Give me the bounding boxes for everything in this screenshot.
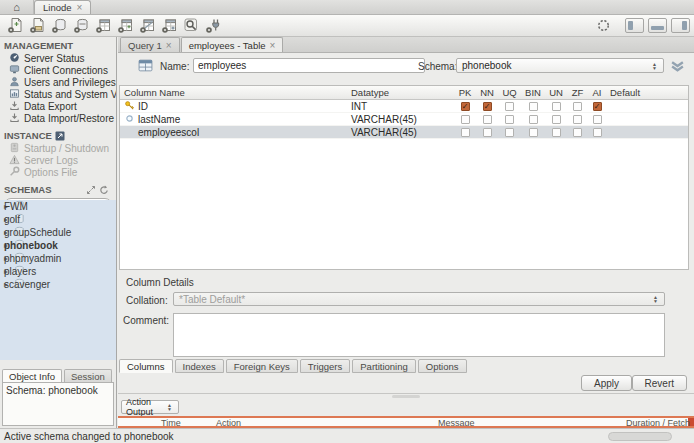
tab-label: Indexes: [183, 361, 216, 372]
home-tab[interactable]: ⌂: [0, 0, 34, 14]
schema-select-value: phonebook: [462, 60, 512, 71]
checkbox-zf[interactable]: [573, 128, 582, 137]
new-sql-tab-icon[interactable]: [4, 16, 26, 36]
tab-query-1[interactable]: Query 1×: [120, 37, 180, 52]
grid-header-label: BIN: [525, 87, 541, 98]
flag-cell-bin: [521, 128, 545, 137]
close-icon[interactable]: ×: [270, 40, 276, 51]
checkbox-pk[interactable]: [461, 128, 470, 137]
schema-item-fwm[interactable]: ▸FWM: [0, 200, 116, 213]
output-selector[interactable]: Action Output ▲▼: [121, 400, 179, 414]
grid-header-nn: NN: [476, 87, 498, 98]
key-icon: [124, 100, 135, 113]
checkbox-bin[interactable]: [529, 128, 538, 137]
power-icon: [9, 142, 20, 154]
sidebar-item-server-status[interactable]: Server Status: [0, 52, 116, 64]
checkbox-un[interactable]: [552, 102, 561, 111]
collapse-header-icon[interactable]: [670, 60, 686, 73]
schema-item-label: players: [4, 266, 36, 277]
checkbox-ai[interactable]: [593, 115, 602, 124]
grid-header-pk: PK: [454, 87, 476, 98]
sidebar-item-status-and-system-variables[interactable]: Status and System Variables: [0, 88, 116, 100]
checkbox-zf[interactable]: [573, 115, 582, 124]
checkbox-nn[interactable]: [483, 115, 492, 124]
toggle-left-panel-button[interactable]: [625, 18, 644, 33]
administer-server-icon[interactable]: [202, 16, 224, 36]
collation-select[interactable]: *Table Default* ▲▼: [173, 292, 665, 306]
tab-session[interactable]: Session: [64, 369, 112, 382]
tab-triggers[interactable]: Triggers: [300, 359, 351, 373]
checkbox-nn[interactable]: ✓: [483, 102, 492, 111]
sidebar-item-data-import-restore[interactable]: Data Import/Restore: [0, 112, 116, 124]
checkbox-pk[interactable]: ✓: [461, 102, 470, 111]
sidebar-item-options-file[interactable]: Options File: [0, 166, 116, 178]
schema-item-players[interactable]: ▸players: [0, 265, 116, 278]
tab-label: Query 1: [128, 40, 162, 51]
sidebar-item-server-logs[interactable]: Server Logs: [0, 154, 116, 166]
sidebar-item-startup-shutdown[interactable]: Startup / Shutdown: [0, 142, 116, 154]
sidebar-item-label: Options File: [24, 167, 77, 178]
tab-foreign-keys[interactable]: Foreign Keys: [226, 359, 298, 373]
comment-textarea[interactable]: [173, 313, 665, 357]
checkbox-bin[interactable]: [529, 102, 538, 111]
connect-to-database-icon[interactable]: [70, 16, 92, 36]
new-table-icon[interactable]: [92, 16, 114, 36]
checkbox-uq[interactable]: [505, 115, 514, 124]
table-row-employeescol[interactable]: employeescolVARCHAR(45): [120, 126, 688, 139]
table-row-lastname[interactable]: lastNameVARCHAR(45): [120, 113, 688, 126]
new-procedure-icon[interactable]: [158, 16, 180, 36]
schema-item-groupschedule[interactable]: ▸groupSchedule: [0, 226, 116, 239]
revert-button[interactable]: Revert: [632, 375, 687, 391]
grid-header-label: ZF: [572, 87, 584, 98]
schema-item-phonebook[interactable]: ▸phonebook: [0, 239, 116, 252]
table-row-id[interactable]: IDINT✓✓✓: [120, 100, 688, 113]
checkbox-ai[interactable]: ✓: [593, 102, 602, 111]
tab-indexes[interactable]: Indexes: [175, 359, 224, 373]
gauge-icon: [9, 52, 20, 64]
tab-partitioning[interactable]: Partitioning: [352, 359, 416, 373]
add-table-data-icon[interactable]: [114, 16, 136, 36]
import-icon: [9, 112, 20, 124]
expand-icon[interactable]: [86, 185, 96, 195]
checkbox-ai[interactable]: [593, 128, 602, 137]
checkbox-zf[interactable]: [573, 102, 582, 111]
tab-columns[interactable]: Columns: [119, 359, 173, 373]
output-header-action: Action: [216, 418, 241, 428]
checkbox-un[interactable]: [552, 115, 561, 124]
editor-bottom-tab-bar: ColumnsIndexesForeign KeysTriggersPartit…: [119, 359, 467, 373]
flag-cell-pk: [454, 115, 476, 124]
refresh-icon[interactable]: [99, 185, 109, 195]
close-icon[interactable]: ×: [77, 2, 83, 13]
checkbox-uq[interactable]: [505, 128, 514, 137]
new-view-icon[interactable]: [136, 16, 158, 36]
tab-options[interactable]: Options: [418, 359, 467, 373]
toggle-bottom-panel-button[interactable]: [648, 18, 667, 33]
splitter-grip[interactable]: [392, 395, 420, 398]
schema-item-label: scavenger: [4, 279, 50, 290]
checkbox-uq[interactable]: [505, 102, 514, 111]
new-schema-icon[interactable]: [48, 16, 70, 36]
table-name-input[interactable]: [193, 58, 425, 73]
checkbox-un[interactable]: [552, 128, 561, 137]
schema-item-golf[interactable]: ▸golf: [0, 213, 116, 226]
search-table-data-icon[interactable]: [180, 16, 202, 36]
checkbox-pk[interactable]: [461, 115, 470, 124]
schema-item-scavenger[interactable]: ▸scavenger: [0, 278, 116, 291]
checkbox-bin[interactable]: [529, 115, 538, 124]
close-icon[interactable]: ×: [166, 40, 172, 51]
tab-employees-table[interactable]: employees - Table×: [181, 37, 284, 52]
main-toolbar: [0, 15, 694, 37]
apply-button[interactable]: Apply: [581, 375, 632, 391]
schema-select[interactable]: phonebook ▲▼: [456, 58, 664, 73]
datatype-cell: VARCHAR(45): [347, 114, 454, 125]
sidebar-item-data-export[interactable]: Data Export: [0, 100, 116, 112]
wrench-icon: [9, 166, 20, 178]
schema-item-phpmyadmin[interactable]: ▸phpmyadmin: [0, 252, 116, 265]
toggle-right-panel-button[interactable]: [671, 18, 690, 33]
sidebar-item-client-connections[interactable]: Client Connections: [0, 64, 116, 76]
sidebar-item-users-and-privileges[interactable]: Users and Privileges: [0, 76, 116, 88]
tab-object-info[interactable]: Object Info: [2, 369, 62, 382]
checkbox-nn[interactable]: [483, 128, 492, 137]
open-sql-script-icon[interactable]: [26, 16, 48, 36]
connection-tab[interactable]: Linode ×: [34, 0, 91, 14]
